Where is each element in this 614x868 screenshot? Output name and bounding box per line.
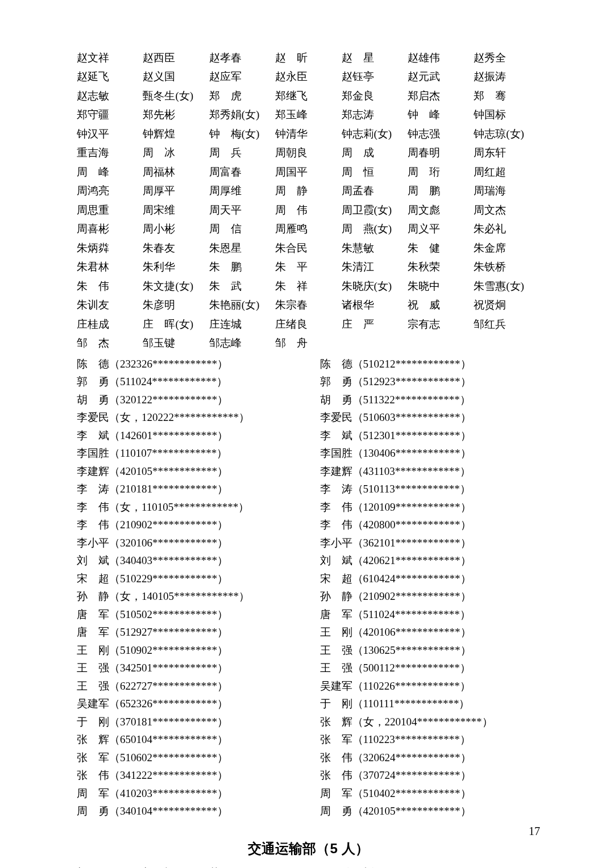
name-cell: 刘仁福 [143,863,209,868]
id-row: 宋 超（510229************）宋 超（610424*******… [77,570,540,588]
id-row: 张 军（510602************）张 伟（320624*******… [77,749,540,767]
id-row: 李 伟（210902************）李 伟（420800*******… [77,516,540,535]
id-right: 张 伟（370724************） [309,767,541,784]
id-left: 周 勇（340104************） [77,803,309,820]
id-row: 王 强（342501************）王 强（500112*******… [77,660,540,678]
id-left: 王 强（342501************） [77,660,309,677]
name-cell: 赵延飞 [77,68,143,87]
id-left: 刘 斌（340403************） [77,553,309,569]
name-cell: 钟辉煌 [143,124,209,144]
id-row: 李国胜（110107************）李国胜（130406*******… [77,445,540,463]
name-cell: 朱君林 [77,258,143,277]
name-cell: 朱晓中 [408,277,474,296]
name-cell: 周 伟 [275,201,341,220]
name-cell: 周东轩 [474,144,540,163]
name-cell: 钟汉平 [77,124,143,144]
name-cell: 朱 平 [275,258,341,277]
name-cell: 邹志峰 [209,334,275,353]
id-left: 唐 军（512927************） [77,624,309,641]
name-cell: 周厚维 [209,182,275,201]
id-left: 于 刚（370181************） [77,714,309,731]
page-number: 17 [529,823,540,840]
name-cell: 周卫霞(女) [342,201,408,220]
id-right: 李 伟（420800************） [309,517,541,533]
name-cell: 朱训友 [77,296,143,315]
name-cell: 郑 虎 [209,86,275,106]
name-cell: 钟志强 [408,124,474,144]
name-cell: 周 成 [342,144,408,163]
name-cell: 周春明 [408,144,474,163]
name-cell: 朱 祥 [275,277,341,296]
name-cell: 周义平 [408,220,474,239]
id-right: 李国胜（130406************） [309,445,541,462]
name-cell: 朱秋荣 [408,258,474,277]
id-right: 李爱民（510603************） [309,410,541,426]
name-cell: 朱 武 [209,277,275,296]
name-cell: 朱炳粦 [77,239,143,258]
id-right: 王 刚（420106************） [309,624,541,641]
name-cell: 邹玉键 [143,334,209,353]
name-cell: 王卫明 [275,863,341,868]
id-right: 宋 超（610424************） [309,571,541,587]
name-cell: 周 峰 [77,162,143,182]
id-left: 王 刚（510902************） [77,642,309,659]
name-cell: 赵 星 [342,48,408,68]
name-cell: 郑继飞 [275,86,341,106]
name-cell: 徐 韬 [342,863,408,868]
name-cell: 赵 昕 [275,48,341,68]
id-row: 唐 军（512927************）王 刚（420106*******… [77,624,540,642]
name-cell: 赵志敏 [77,86,143,106]
name-cell: 郑 骞 [474,86,540,106]
name-cell: 周 冰 [143,144,209,163]
name-cell: 朱利华 [143,258,209,277]
name-cell: 赵应军 [209,68,275,87]
id-row: 李 斌（142601************）李 斌（512301*******… [77,427,540,445]
name-cell: 诸根华 [342,296,408,315]
name-cell: 周文杰 [474,201,540,220]
id-left: 张 伟（341222************） [77,767,309,784]
id-row: 李 涛（210181************）李 涛（510113*******… [77,481,540,499]
id-right: 胡 勇（511322************） [309,392,541,408]
name-cell: 赵元武 [408,68,474,87]
id-row: 胡 勇（320122************）胡 勇（511322*******… [77,391,540,409]
name-cell: 郑玉峰 [275,106,341,125]
id-right: 于 刚（110111************） [309,696,541,712]
id-right: 王 强（130625************） [309,642,541,659]
id-left: 唐 军（510502************） [77,607,309,623]
name-cell: 邹 舟 [275,334,341,353]
name-cell: 周 燕(女) [342,220,408,239]
id-left: 李 伟（女，110105************） [77,499,309,516]
name-cell: 周宋维 [143,201,209,220]
name-cell: 庄 严 [342,315,408,334]
name-cell: 周思重 [77,201,143,220]
name-cell: 朱艳丽(女) [209,296,275,315]
id-row: 张 伟（341222************）张 伟（370724*******… [77,767,540,785]
name-cell: 赵秀全 [474,48,540,68]
name-cell: 郑守疆 [77,106,143,125]
id-row: 李小平（320106************）李小平（362101*******… [77,534,540,552]
name-cell: 赵钰亭 [342,68,408,87]
id-left: 李 斌（142601************） [77,428,309,444]
name-cell: 邹 杰 [77,334,143,353]
id-row: 于 刚（370181************）张 辉（女，220104*****… [77,713,540,731]
name-cell: 庄桂成 [77,315,143,334]
id-right: 郭 勇（512923************） [309,374,541,390]
name-cell: 周 信 [209,220,275,239]
id-left: 郭 勇（511024************） [77,374,309,390]
name-cell: 周鸿亮 [77,182,143,201]
name-cell: 重吉海 [77,144,143,163]
name-cell: 朱文捷(女) [143,277,209,296]
name-cell: 朱彦明 [143,296,209,315]
name-cell: 郑启杰 [408,86,474,106]
name-cell: 赵永臣 [275,68,341,87]
name-grid: 赵文祥赵西臣赵孝春赵 昕赵 星赵雄伟赵秀全赵延飞赵义国赵应军赵永臣赵钰亭赵元武赵… [77,48,540,353]
id-row: 李爱民（女，120222************）李爱民（510603*****… [77,409,540,427]
name-cell: 周 兵 [209,144,275,163]
id-right: 张 辉（女，220104************） [309,714,541,731]
name-cell: 郑金良 [342,86,408,106]
id-left: 宋 超（510229************） [77,571,309,587]
id-right: 周 勇（420105************） [309,803,541,820]
section2-names: 刘 强刘仁福苏 强王卫明徐 韬 [77,863,540,868]
name-cell: 周福林 [143,162,209,182]
id-left: 张 辉（650104************） [77,732,309,748]
